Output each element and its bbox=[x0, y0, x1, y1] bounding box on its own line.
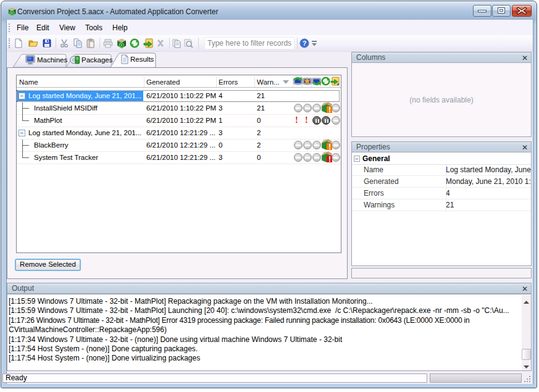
svg-text:?: ? bbox=[303, 40, 307, 47]
svg-text:!: ! bbox=[328, 143, 331, 150]
svg-text:!: ! bbox=[328, 155, 331, 162]
svg-text:!: ! bbox=[328, 106, 331, 113]
